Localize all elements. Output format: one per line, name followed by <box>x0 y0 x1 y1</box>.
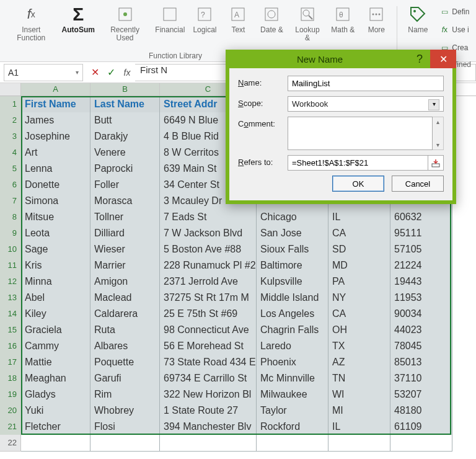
cell[interactable] <box>257 435 328 452</box>
cell[interactable]: MI <box>328 403 390 419</box>
cell[interactable]: Gladys <box>21 386 90 403</box>
cell[interactable]: Ruta <box>90 322 160 339</box>
header-cell[interactable]: First Name <box>21 96 90 113</box>
cell[interactable]: 25 E 75th St #69 <box>160 306 257 323</box>
row-header[interactable]: 20 <box>0 403 21 419</box>
cell[interactable]: Sage <box>21 241 90 258</box>
cell[interactable]: Cammy <box>21 338 90 355</box>
cell[interactable]: Caldarera <box>90 306 160 323</box>
cell[interactable]: Venere <box>90 145 160 161</box>
row-header[interactable]: 2 <box>0 112 21 129</box>
cell[interactable]: 73 State Road 434 E <box>160 354 257 371</box>
cancel-button[interactable]: Cancel <box>392 176 444 192</box>
cell[interactable]: Laredo <box>257 338 328 355</box>
cell[interactable]: WI <box>328 386 390 403</box>
cell[interactable]: Milwaukee <box>257 386 328 403</box>
cell[interactable]: Lenna <box>21 161 90 177</box>
cell[interactable]: Abel <box>21 290 90 306</box>
text-button[interactable]: A Text <box>223 2 253 34</box>
cell[interactable]: 2371 Jerrold Ave <box>160 274 257 290</box>
cell[interactable]: 95111 <box>390 225 452 242</box>
cell[interactable]: 11953 <box>390 290 452 306</box>
cell[interactable]: TX <box>328 338 390 355</box>
ok-button[interactable]: OK <box>332 176 384 192</box>
cell[interactable]: 5 Boston Ave #88 <box>160 241 257 258</box>
lookup-button[interactable]: Lookup & <box>289 2 325 42</box>
row-header[interactable]: 22 <box>0 435 21 452</box>
cell[interactable]: Amigon <box>90 274 160 290</box>
collapse-dialog-icon[interactable] <box>428 155 444 171</box>
cell[interactable]: Garufi <box>90 370 160 387</box>
cell[interactable]: 7 Eads St <box>160 209 257 226</box>
refers-to-input[interactable] <box>288 155 428 171</box>
row-header[interactable]: 8 <box>0 209 21 226</box>
cell[interactable] <box>90 435 160 452</box>
math-trig-button[interactable]: θ Math & <box>327 2 358 34</box>
cell[interactable]: CA <box>328 225 390 242</box>
cell[interactable]: San Jose <box>257 225 328 242</box>
cell[interactable] <box>160 435 257 452</box>
row-header[interactable]: 18 <box>0 370 21 387</box>
cell[interactable]: PA <box>328 274 390 290</box>
cell[interactable]: Flosi <box>90 419 160 435</box>
name-input[interactable] <box>288 76 444 91</box>
cell[interactable]: Dilliard <box>90 225 160 242</box>
cell[interactable]: Taylor <box>257 403 328 419</box>
cancel-formula-icon[interactable]: ✕ <box>87 64 103 81</box>
cell[interactable]: Morasca <box>90 193 160 210</box>
logical-button[interactable]: ? Logical <box>189 2 220 34</box>
cell[interactable]: Paprocki <box>90 161 160 177</box>
cell[interactable] <box>390 435 452 452</box>
cell[interactable]: Fletcher <box>21 419 90 435</box>
row-header[interactable]: 10 <box>0 241 21 258</box>
column-header-B[interactable]: B <box>90 83 160 96</box>
row-header[interactable]: 12 <box>0 274 21 290</box>
cell[interactable]: 37275 St Rt 17m M <box>160 290 257 306</box>
select-all-corner[interactable] <box>0 83 21 96</box>
row-header[interactable]: 21 <box>0 419 21 435</box>
row-header[interactable]: 16 <box>0 338 21 355</box>
cell[interactable]: Simona <box>21 193 90 210</box>
textarea-scrollbar[interactable]: ▴▾ <box>433 117 444 150</box>
cell[interactable]: Meaghan <box>21 370 90 387</box>
cell[interactable]: 19443 <box>390 274 452 290</box>
cell[interactable]: Kulpsville <box>257 274 328 290</box>
cell[interactable]: Graciela <box>21 322 90 339</box>
cell[interactable]: Mattie <box>21 354 90 371</box>
cell[interactable]: Marrier <box>90 257 160 274</box>
define-name-button[interactable]: ▭Defin <box>439 4 471 20</box>
cell[interactable]: 85013 <box>390 354 452 371</box>
cell[interactable]: 21224 <box>390 257 452 274</box>
cell[interactable]: Phoenix <box>257 354 328 371</box>
cell[interactable]: 98 Connecticut Ave <box>160 322 257 339</box>
cell[interactable]: CA <box>328 306 390 323</box>
cell[interactable]: Rockford <box>257 419 328 435</box>
row-header[interactable]: 7 <box>0 193 21 210</box>
cell[interactable]: Minna <box>21 274 90 290</box>
cell[interactable]: Mc Minnville <box>257 370 328 387</box>
row-header[interactable]: 9 <box>0 225 21 242</box>
cell[interactable]: Darakjy <box>90 128 160 145</box>
insert-function-button[interactable]: fx Insert Function <box>5 2 58 42</box>
cell[interactable]: MD <box>328 257 390 274</box>
dialog-titlebar[interactable]: New Name ? ✕ <box>226 50 456 68</box>
cell[interactable]: 61109 <box>390 419 452 435</box>
column-header-A[interactable]: A <box>21 83 90 96</box>
cell[interactable]: 228 Runamuck Pl #2 <box>160 257 257 274</box>
header-cell[interactable]: Last Name <box>90 96 160 113</box>
cell[interactable]: 90034 <box>390 306 452 323</box>
date-time-button[interactable]: Date & <box>256 2 287 34</box>
recently-used-button[interactable]: Recently Used <box>99 2 151 42</box>
cell[interactable]: Rim <box>90 386 160 403</box>
cell[interactable]: Middle Island <box>257 290 328 306</box>
cell[interactable]: Chicago <box>257 209 328 226</box>
row-header[interactable]: 1 <box>0 96 21 113</box>
cell[interactable]: 60632 <box>390 209 452 226</box>
close-button[interactable]: ✕ <box>430 50 456 68</box>
autosum-button[interactable]: Σ AutoSum <box>60 2 97 34</box>
cell[interactable]: TN <box>328 370 390 387</box>
cell[interactable]: James <box>21 112 90 129</box>
row-header[interactable]: 6 <box>0 177 21 194</box>
cell[interactable]: Kris <box>21 257 90 274</box>
cell[interactable]: Tollner <box>90 209 160 226</box>
